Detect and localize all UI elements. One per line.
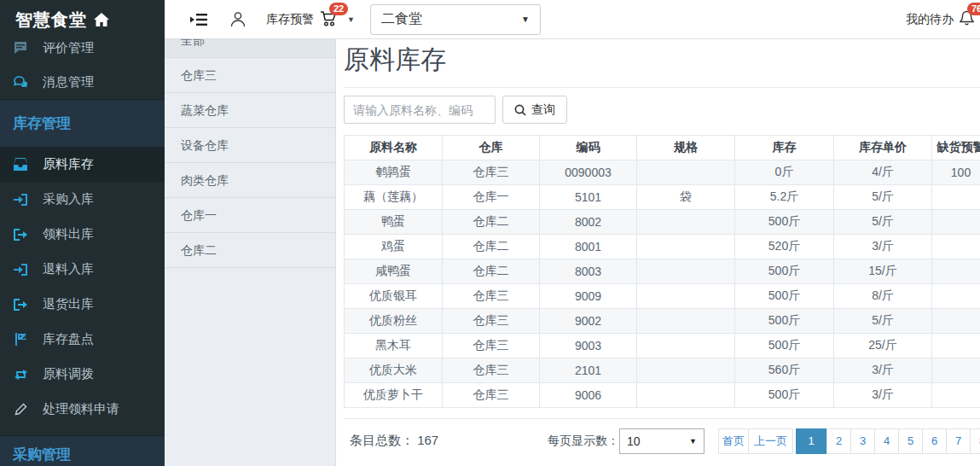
table-cell: 仓库二 xyxy=(443,259,540,284)
table-cell: 仓库一 xyxy=(443,185,540,210)
page-number-button[interactable]: 3 xyxy=(850,428,875,454)
page-size-value: 10 xyxy=(627,434,641,448)
pagination: 首页 上一页 1 2 3 4 5 6 7 8 xyxy=(718,428,980,454)
table-cell: 15/斤 xyxy=(834,259,932,284)
table-cell: 500斤 xyxy=(735,383,834,408)
table-cell: 鸭蛋 xyxy=(345,210,443,235)
person-icon[interactable] xyxy=(230,11,246,27)
flag-icon xyxy=(13,333,28,347)
warehouse-item[interactable]: 仓库二 xyxy=(165,233,335,268)
sidebar-section-purchase: 采购管理 xyxy=(0,435,165,466)
section-label: 库存管理 xyxy=(13,114,71,133)
page-prev-button[interactable]: 上一页 xyxy=(748,428,793,454)
sidebar-item-label: 评价管理 xyxy=(43,40,94,56)
sidebar-item-material-stock[interactable]: 原料库存 xyxy=(0,147,165,182)
pager-controls: 每页显示数： 10 ▼ 首页 上一页 1 2 3 4 5 6 7 8 xyxy=(548,428,980,454)
page-header: 原料库存 xyxy=(344,39,980,88)
table-cell: 仓库三 xyxy=(443,358,540,383)
table-cell: 4/斤 xyxy=(834,160,932,185)
cart-icon: 22 xyxy=(320,10,339,29)
table-row: 藕（莲藕） 仓库一 5101 袋 5.2斤 5/斤 xyxy=(345,185,980,210)
table-cell: 500斤 xyxy=(735,309,834,334)
sidebar-item-transfer[interactable]: 原料调拨 xyxy=(0,357,165,392)
page-number-button[interactable]: 5 xyxy=(898,428,923,454)
table-cell: 5/斤 xyxy=(834,210,932,235)
col-header: 规格 xyxy=(637,136,735,160)
table-cell: 仓库三 xyxy=(443,334,540,358)
todo-label: 我的待办 xyxy=(906,12,954,27)
table-cell: 优质萝卜干 xyxy=(345,383,443,408)
sidebar-toggle-icon[interactable] xyxy=(190,13,207,26)
page-number-button[interactable]: 7 xyxy=(946,428,971,454)
table-row: 鸡蛋 仓库二 8001 520斤 3/斤 xyxy=(345,235,980,259)
table-cell xyxy=(932,185,980,210)
todo-button[interactable]: 我的待办 76 xyxy=(906,10,977,29)
sidebar-item-label: 库存盘点 xyxy=(43,331,94,347)
search-input[interactable] xyxy=(344,96,496,124)
warehouse-item[interactable]: 仓库一 xyxy=(165,198,335,233)
warehouse-item[interactable]: 仓库三 xyxy=(165,58,335,93)
chevron-down-icon: ▼ xyxy=(347,15,355,24)
col-header: 原料名称 xyxy=(345,136,443,160)
table-cell: 9006 xyxy=(540,383,637,408)
table-row: 优质萝卜干 仓库三 9006 500斤 3/斤 xyxy=(345,383,980,408)
warehouse-list: 全部 仓库三 蔬菜仓库 设备仓库 肉类仓库 仓库一 仓库二 xyxy=(165,39,335,268)
table-cell: 仓库二 xyxy=(443,235,540,259)
table-cell: 藕（莲藕） xyxy=(345,185,443,210)
todo-badge: 76 xyxy=(967,3,980,15)
table-cell xyxy=(932,259,980,284)
table-cell: 3/斤 xyxy=(834,358,932,383)
search-bar: 查询 xyxy=(344,96,980,124)
table-cell: 5/斤 xyxy=(834,185,932,210)
col-header: 仓库 xyxy=(443,136,540,160)
table-cell xyxy=(932,334,980,358)
table-cell: 25/斤 xyxy=(834,334,932,358)
table-cell: 黑木耳 xyxy=(345,334,443,358)
sidebar-item-return-out[interactable]: 退货出库 xyxy=(0,287,165,322)
page-first-button[interactable]: 首页 xyxy=(718,428,749,454)
total-count-value: 167 xyxy=(417,433,438,447)
sidebar-item-label: 退料入库 xyxy=(43,261,94,277)
sidebar-item-label: 原料库存 xyxy=(43,156,94,172)
sidebar-section-inventory: 库存管理 xyxy=(0,99,165,147)
table-cell: 优质粉丝 xyxy=(345,309,443,334)
search-button[interactable]: 查询 xyxy=(502,96,567,124)
sidebar-item-request-out[interactable]: 领料出库 xyxy=(0,217,165,252)
table-cell: 5.2斤 xyxy=(735,185,834,210)
page-number-button[interactable]: 8 xyxy=(970,428,980,454)
sidebar-item-label: 领料出库 xyxy=(43,226,94,242)
top-navbar: 库存预警 22 ▼ 二食堂 ▼ 我的待办 76 xyxy=(165,0,980,39)
page-number-button[interactable]: 4 xyxy=(874,428,899,454)
sidebar-item-purchase-in[interactable]: 采购入库 xyxy=(0,182,165,217)
sidebar-item-label: 退货出库 xyxy=(43,296,94,312)
col-header: 库存单价 xyxy=(834,136,932,160)
page-number-button[interactable]: 6 xyxy=(922,428,947,454)
sidebar-item-stocktake[interactable]: 库存盘点 xyxy=(0,322,165,357)
table-cell xyxy=(637,383,735,408)
sidebar-item-return-in[interactable]: 退料入库 xyxy=(0,252,165,287)
transfer-icon xyxy=(13,368,28,382)
page-size-select[interactable]: 10 ▼ xyxy=(619,428,705,454)
page-number-button[interactable]: 2 xyxy=(826,428,851,454)
sidebar-item-review[interactable]: 评价管理 xyxy=(0,31,165,65)
table-cell: 9009 xyxy=(540,284,637,309)
warehouse-item[interactable]: 蔬菜仓库 xyxy=(165,93,335,128)
table-cell: 500斤 xyxy=(735,210,834,235)
page-number-button[interactable]: 1 xyxy=(796,428,826,454)
sidebar-item-handle-request[interactable]: 处理领料申请 xyxy=(0,392,165,427)
table-cell: 500斤 xyxy=(735,334,834,358)
table-cell: 2101 xyxy=(540,358,637,383)
sidebar-item-label: 消息管理 xyxy=(43,74,94,90)
warehouse-item[interactable]: 设备仓库 xyxy=(165,128,335,163)
app-logo[interactable]: 智慧食堂 xyxy=(0,0,165,31)
warehouse-item[interactable]: 肉类仓库 xyxy=(165,163,335,198)
table-cell: 鸡蛋 xyxy=(345,235,443,259)
pencil-icon xyxy=(13,403,28,416)
total-count: 条目总数： 167 xyxy=(350,433,438,449)
stock-alert-button[interactable]: 库存预警 22 ▼ xyxy=(266,10,355,29)
col-header: 库存 xyxy=(735,136,834,160)
sidebar-item-messages[interactable]: 消息管理 xyxy=(0,65,165,99)
warehouse-item-all[interactable]: 全部 xyxy=(165,39,335,58)
table-row: 鸭蛋 仓库二 8002 500斤 5/斤 xyxy=(345,210,980,235)
canteen-select[interactable]: 二食堂 ▼ xyxy=(370,4,541,35)
